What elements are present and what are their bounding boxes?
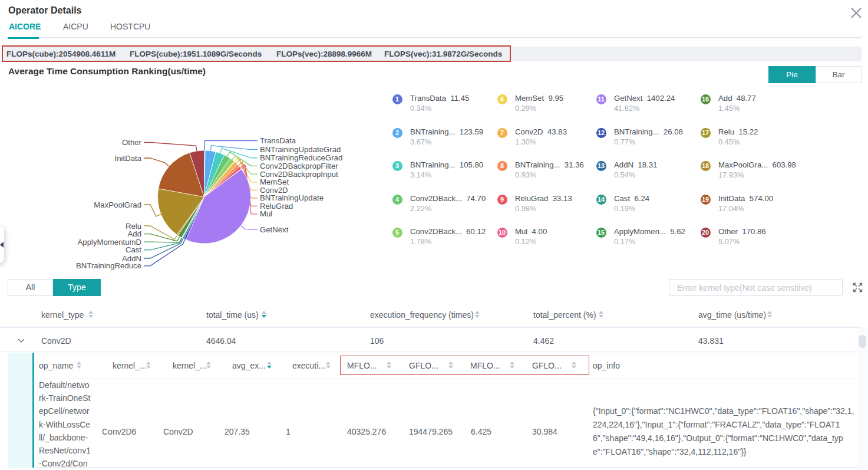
svg-text:GetNext: GetNext — [260, 225, 289, 234]
svg-text:InitData: InitData — [115, 154, 142, 163]
svg-text:Cast: Cast — [126, 245, 141, 254]
svg-text:Other: Other — [122, 138, 142, 147]
svg-text:MaxPoolGrad: MaxPoolGrad — [94, 201, 141, 209]
svg-text:BNTrainingUpdateGrad: BNTrainingUpdateGrad — [260, 145, 341, 154]
svg-text:BNTrainingReduce: BNTrainingReduce — [76, 261, 141, 270]
svg-text:Conv2DBackpropFilter: Conv2DBackpropFilter — [260, 162, 338, 170]
svg-text:TransData: TransData — [260, 136, 296, 145]
svg-text:Mul: Mul — [260, 209, 272, 218]
